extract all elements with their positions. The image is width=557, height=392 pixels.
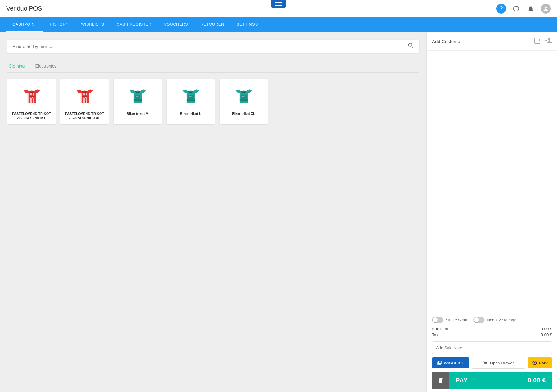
hamburger-menu[interactable]	[271, 0, 286, 8]
svg-rect-21	[539, 39, 540, 41]
top-bar-icons: ?	[496, 4, 551, 14]
svg-text:REWE: REWE	[29, 96, 33, 98]
add-customer-icon[interactable]	[545, 37, 552, 46]
svg-rect-19	[537, 39, 537, 41]
wishlist-button[interactable]: WISHLIST	[432, 357, 469, 368]
tax-row: Tax 0.00 €	[432, 333, 552, 337]
svg-rect-18	[239, 99, 247, 101]
subtotal-value: 0.00 €	[541, 327, 552, 331]
svg-rect-20	[538, 39, 538, 41]
svg-text:BIKER: BIKER	[242, 96, 245, 98]
single-scan-label: Single Scan	[446, 318, 467, 322]
product-name: Biker trikot XL	[232, 112, 255, 116]
subtotal-label: Sub total	[432, 327, 448, 331]
search-bar	[7, 40, 419, 53]
action-buttons: WISHLIST Open Drawer Park	[432, 357, 552, 369]
pay-button[interactable]: PAY 0.00 €	[449, 372, 552, 389]
main-layout: Clothing Electronics	[0, 32, 557, 392]
product-image: BIKER	[231, 84, 256, 108]
settings-circle-icon[interactable]	[511, 4, 521, 14]
tax-label: Tax	[432, 333, 438, 337]
tab-clothing[interactable]: Clothing	[7, 60, 31, 72]
single-scan-toggle-group: Single Scan	[432, 317, 467, 323]
right-panel: Add Customer	[427, 32, 557, 392]
nav-history[interactable]: HISTORY	[43, 17, 75, 32]
nav-wishlists[interactable]: WISHLISTS	[75, 17, 110, 32]
nav-settings[interactable]: SETTINGS	[230, 17, 264, 32]
product-image: REWE	[72, 84, 97, 108]
app-title: Venduo POS	[6, 5, 42, 12]
search-icon[interactable]	[408, 42, 414, 51]
nav-cash-register[interactable]: CASH REGISTER	[110, 17, 158, 32]
open-drawer-button[interactable]: Open Drawer	[472, 357, 525, 369]
product-card[interactable]: BIKER Biker trikot M	[114, 79, 162, 124]
svg-rect-0	[27, 93, 29, 103]
park-label: Park	[539, 361, 548, 365]
tab-electronics[interactable]: Electronics	[34, 60, 62, 72]
customer-header: Add Customer	[427, 32, 557, 51]
product-card[interactable]: BIKER Biker trikot XL	[220, 79, 268, 124]
product-grid: REWE FASTELOVEND TRIKOT 2023/24 SENIOR L	[7, 79, 419, 124]
svg-text:BIKER: BIKER	[189, 96, 192, 98]
negative-menge-label: Negative Menge	[487, 318, 516, 322]
svg-rect-15	[186, 99, 194, 101]
category-tabs: Clothing Electronics	[7, 60, 419, 73]
svg-rect-5	[80, 93, 82, 103]
help-icon[interactable]: ?	[496, 4, 506, 14]
notification-icon[interactable]	[526, 4, 536, 14]
product-name: Biker trikot L	[180, 112, 201, 116]
svg-text:BIKER: BIKER	[136, 96, 139, 98]
bottom-section: Single Scan Negative Menge Sub total 0.0…	[427, 313, 557, 392]
single-scan-toggle[interactable]	[432, 317, 443, 323]
product-image: BIKER	[125, 84, 150, 108]
svg-text:REWE: REWE	[82, 96, 87, 98]
open-drawer-label: Open Drawer	[490, 361, 514, 365]
product-card[interactable]: REWE FASTELOVEND TRIKOT 2023/24 SENIOR X…	[60, 79, 109, 124]
nav-retouren[interactable]: RETOUREN	[194, 17, 230, 32]
scan-icon[interactable]	[534, 37, 541, 46]
search-input[interactable]	[12, 44, 408, 49]
nav-cashpoint[interactable]: CASHPOINT	[6, 17, 43, 32]
trash-button[interactable]	[432, 372, 449, 389]
tax-value: 0.00 €	[541, 333, 552, 337]
top-bar: Venduo POS ?	[0, 0, 557, 17]
product-image: REWE	[19, 84, 44, 108]
negative-menge-toggle-group: Negative Menge	[473, 317, 516, 323]
nav-bar: CASHPOINT HISTORY WISHLISTS CASH REGISTE…	[0, 17, 557, 32]
pay-amount: 0.00 €	[528, 377, 546, 384]
avatar-icon[interactable]	[541, 4, 551, 14]
sale-note-input[interactable]	[432, 341, 552, 354]
product-image: BIKER	[178, 84, 203, 108]
wishlist-label: WISHLIST	[444, 361, 464, 365]
pay-row: PAY 0.00 €	[432, 372, 552, 389]
product-card[interactable]: REWE FASTELOVEND TRIKOT 2023/24 SENIOR L	[7, 79, 56, 124]
product-name: Biker trikot M	[127, 112, 148, 116]
customer-title: Add Customer	[432, 39, 531, 44]
nav-vouchers[interactable]: VOUCHERS	[158, 17, 194, 32]
park-button[interactable]: Park	[528, 357, 552, 368]
product-name: FASTELOVEND TRIKOT 2023/24 SENIOR L	[11, 112, 52, 121]
left-panel: Clothing Electronics	[0, 32, 427, 392]
pay-label: PAY	[456, 377, 468, 384]
svg-rect-12	[133, 99, 141, 101]
subtotal-row: Sub total 0.00 €	[432, 327, 552, 331]
negative-menge-toggle[interactable]	[473, 317, 484, 323]
product-name: FASTELOVEND TRIKOT 2023/24 SENIOR XL	[64, 112, 105, 121]
product-card[interactable]: BIKER Biker trikot L	[167, 79, 215, 124]
toggles-row: Single Scan Negative Menge	[432, 317, 552, 323]
cart-area	[427, 51, 557, 313]
